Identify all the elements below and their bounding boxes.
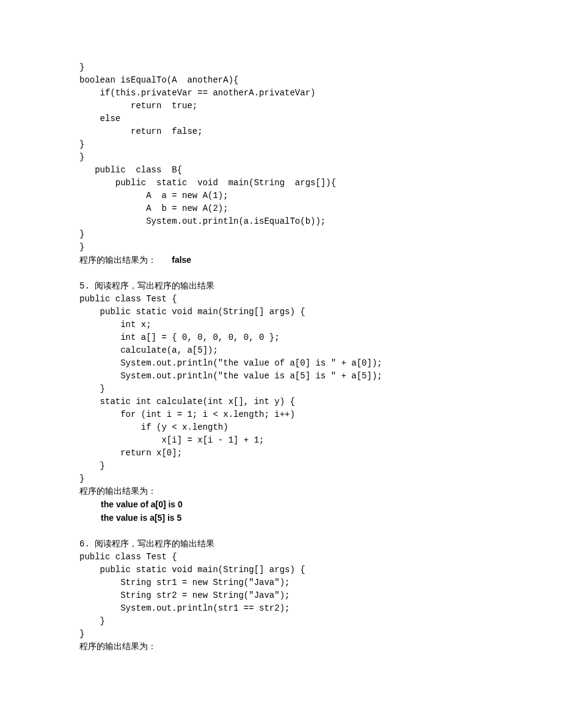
code-line: public class B{ <box>79 164 483 177</box>
code-line: return true; <box>79 100 483 112</box>
result-label-5: 程序的输出结果为： <box>79 485 483 498</box>
code-line: System.out.println(a.isEqualTo(b)); <box>79 215 483 228</box>
code-line: System.out.println(str1 == str2); <box>79 602 483 615</box>
code-line: calculate(a, a[5]); <box>79 344 483 357</box>
question-5-title: 5. 阅读程序，写出程序的输出结果 <box>79 280 483 293</box>
code-line: A b = new A(2); <box>79 202 483 215</box>
code-line: } <box>79 383 483 395</box>
code-line: for (int i = 1; i < x.length; i++) <box>79 408 483 421</box>
code-line: } <box>79 138 483 151</box>
result-line-5b: the value is a[5] is 5 <box>79 512 483 525</box>
code-line: } <box>79 151 483 164</box>
code-line: if(this.privateVar == anotherA.privateVa… <box>79 87 483 100</box>
code-line: public class Test { <box>79 551 483 564</box>
code-line: int x; <box>79 318 483 331</box>
code-line: public static void main(String args[]){ <box>79 177 483 189</box>
code-line: } <box>79 615 483 628</box>
code-line: } <box>79 228 483 241</box>
code-block-6: public class Test { public static void m… <box>79 551 483 641</box>
code-line: return x[0]; <box>79 447 483 460</box>
code-line: x[i] = x[i - 1] + 1; <box>79 434 483 447</box>
result-label-6: 程序的输出结果为： <box>79 641 483 653</box>
document-page: } boolean isEqualTo(A anotherA){ if(this… <box>0 0 562 728</box>
code-line: System.out.println("the value is a[5] is… <box>79 370 483 383</box>
code-line: int a[] = { 0, 0, 0, 0, 0, 0 }; <box>79 331 483 344</box>
result-line-5a: the value of a[0] is 0 <box>79 498 483 512</box>
code-line: boolean isEqualTo(A anotherA){ <box>79 74 483 87</box>
code-line: System.out.println("the value of a[0] is… <box>79 357 483 370</box>
question-6-title: 6. 阅读程序，写出程序的输出结果 <box>79 538 483 551</box>
code-line: String str1 = new String("Java"); <box>79 576 483 589</box>
code-line: } <box>79 241 483 254</box>
code-line: static int calculate(int x[], int y) { <box>79 395 483 408</box>
code-line: } <box>79 61 483 74</box>
code-line: } <box>79 472 483 485</box>
code-line: if (y < x.length) <box>79 421 483 434</box>
code-line: return false; <box>79 125 483 138</box>
code-line: public class Test { <box>79 293 483 306</box>
code-line: A a = new A(1); <box>79 189 483 202</box>
code-line: public static void main(String[] args) { <box>79 564 483 576</box>
code-block-5: public class Test { public static void m… <box>79 293 483 485</box>
code-line: String str2 = new String("Java"); <box>79 589 483 602</box>
result-value: false <box>172 255 191 265</box>
code-block-4: } boolean isEqualTo(A anotherA){ if(this… <box>79 61 483 254</box>
code-line: } <box>79 628 483 641</box>
code-line: else <box>79 112 483 125</box>
result-label: 程序的输出结果为： <box>79 256 172 265</box>
code-line: public static void main(String[] args) { <box>79 306 483 318</box>
spacer <box>79 267 483 280</box>
result-line-4: 程序的输出结果为： false <box>79 254 483 267</box>
spacer <box>79 525 483 538</box>
result-value: the value of a[0] is 0 <box>79 498 183 511</box>
result-value: the value is a[5] is 5 <box>79 512 181 524</box>
code-line: } <box>79 460 483 472</box>
